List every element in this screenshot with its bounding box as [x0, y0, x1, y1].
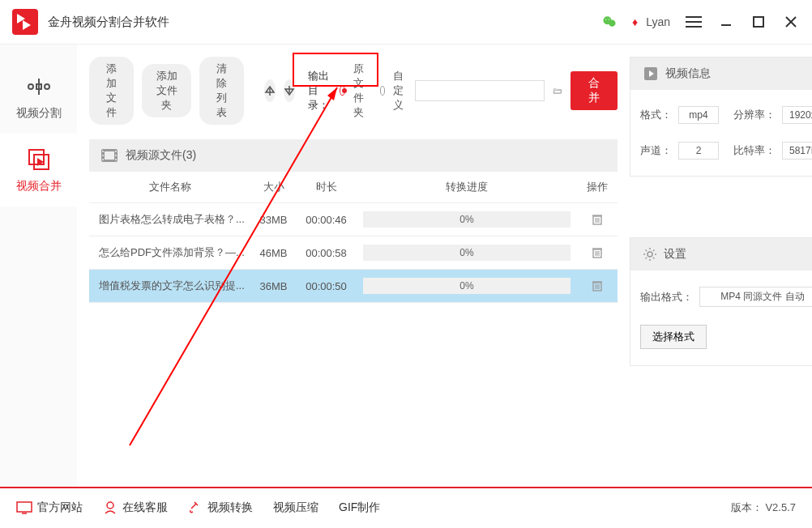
play-icon: [643, 66, 659, 82]
output-path-input[interactable]: [415, 80, 545, 101]
radio-original-folder[interactable]: [340, 86, 344, 96]
channels-value: 2: [678, 142, 719, 160]
video-info-card: 视频信息 格式： mp4 分辨率： 1920x1080 声道： 2 比特率： 5…: [630, 57, 812, 177]
radio-custom-folder[interactable]: [380, 86, 385, 96]
video-convert-label: 视频转换: [207, 500, 253, 515]
official-site-label: 官方网站: [37, 500, 83, 515]
settings-card: 设置 输出格式： MP4 同源文件 自动 选择格式: [630, 237, 812, 366]
browse-folder-icon[interactable]: [553, 80, 562, 101]
gear-icon: [643, 247, 657, 262]
video-convert-link[interactable]: 视频转换: [188, 500, 253, 515]
svg-rect-8: [754, 17, 763, 27]
cell-progress: 0%: [363, 245, 571, 261]
format-label: 格式：: [640, 108, 672, 122]
table-row[interactable]: 图片表格怎么转成电子表格？... 33MB 00:00:46 0%: [89, 203, 618, 236]
svg-point-48: [107, 502, 113, 509]
svg-point-26: [115, 155, 117, 156]
wechat-icon[interactable]: [601, 14, 618, 30]
svg-point-23: [102, 155, 104, 156]
cell-size: 33MB: [251, 203, 296, 236]
cell-name: 怎么给PDF文件添加背景？—...: [89, 236, 251, 270]
svg-point-27: [115, 159, 117, 160]
merge-icon: [26, 147, 52, 172]
hamburger-icon[interactable]: [685, 13, 703, 31]
close-icon[interactable]: [782, 13, 800, 31]
col-progress: 转换进度: [357, 172, 577, 203]
resolution-value: 1920x1080: [782, 106, 812, 124]
nav-split-label: 视频分割: [16, 106, 62, 121]
move-down-button[interactable]: [284, 79, 295, 102]
monitor-icon: [16, 501, 32, 514]
col-duration: 时长: [296, 172, 357, 203]
video-info-title: 视频信息: [665, 66, 711, 81]
merge-button[interactable]: 合并: [571, 71, 618, 110]
svg-point-22: [102, 151, 104, 152]
version-label: 版本： V2.5.7: [731, 500, 796, 515]
nav-video-merge[interactable]: 视频合并: [0, 134, 77, 207]
svg-point-25: [115, 151, 117, 152]
radio-original-label: 原文件夹: [353, 62, 372, 120]
file-panel-header: 视频源文件(3): [89, 139, 618, 172]
file-table: 文件名称 大小 时长 转换进度 操作 图片表格怎么转成电子表格？... 33MB…: [89, 172, 618, 303]
plug-icon: [188, 500, 203, 515]
customer-service-link[interactable]: 在线客服: [103, 500, 168, 515]
gif-maker-link[interactable]: GIF制作: [339, 500, 380, 515]
cell-progress: 0%: [363, 211, 571, 228]
output-dir-label: 输出目录：: [308, 69, 331, 113]
format-value: mp4: [678, 106, 719, 124]
delete-icon[interactable]: [591, 215, 604, 228]
table-row[interactable]: 增值税发票的文字怎么识别提... 36MB 00:00:50 0%: [89, 270, 618, 303]
film-icon: [101, 149, 118, 162]
cell-duration: 00:00:58: [296, 236, 357, 270]
cell-duration: 00:00:46: [296, 203, 357, 236]
col-actions: 操作: [577, 172, 618, 203]
select-format-button[interactable]: 选择格式: [640, 325, 707, 349]
bottom-bar: 官方网站 在线客服 视频转换 视频压缩 GIF制作 版本： V2.5.7: [0, 487, 812, 527]
col-size: 大小: [251, 172, 296, 203]
username[interactable]: Lyan: [646, 15, 670, 28]
video-compress-label: 视频压缩: [273, 500, 318, 515]
clear-list-button[interactable]: 清除列表: [199, 57, 244, 125]
settings-title: 设置: [664, 247, 686, 262]
svg-point-11: [28, 84, 33, 89]
toolbar: 添加文件 添加文件夹 清除列表 输出目录： 原文件夹 自定义 合并: [89, 57, 618, 125]
diamond-icon: ♦: [632, 15, 638, 28]
cell-size: 46MB: [251, 236, 296, 270]
bitrate-label: 比特率：: [733, 143, 776, 158]
add-file-button[interactable]: 添加文件: [89, 57, 134, 125]
delete-icon[interactable]: [591, 282, 604, 294]
app-logo: [12, 9, 38, 35]
headset-icon: [103, 500, 118, 515]
svg-rect-21: [105, 151, 114, 160]
app-title: 金舟视频分割合并软件: [48, 15, 169, 30]
cell-name: 增值税发票的文字怎么识别提...: [89, 270, 251, 303]
col-name: 文件名称: [89, 172, 251, 203]
title-bar: 金舟视频分割合并软件 ♦ Lyan: [0, 0, 812, 45]
move-up-button[interactable]: [264, 79, 276, 102]
cell-duration: 00:00:50: [296, 270, 357, 303]
svg-point-12: [45, 84, 49, 89]
maximize-icon[interactable]: [750, 13, 767, 31]
cell-size: 36MB: [251, 270, 296, 303]
output-format-value: MP4 同源文件 自动: [699, 287, 812, 307]
gif-maker-label: GIF制作: [339, 500, 380, 515]
svg-point-3: [609, 19, 609, 19]
left-nav: 视频分割 视频合并: [0, 45, 77, 487]
svg-point-24: [102, 159, 104, 160]
table-row[interactable]: 怎么给PDF文件添加背景？—... 46MB 00:00:58 0%: [89, 236, 618, 270]
video-compress-link[interactable]: 视频压缩: [273, 500, 318, 515]
nav-merge-label: 视频合并: [16, 179, 62, 194]
nav-video-split[interactable]: 视频分割: [0, 61, 77, 134]
minimize-icon[interactable]: [717, 13, 735, 31]
svg-point-45: [647, 252, 652, 257]
add-folder-button[interactable]: 添加文件夹: [142, 64, 191, 117]
radio-custom-label: 自定义: [393, 69, 407, 113]
delete-icon[interactable]: [591, 249, 604, 261]
split-icon: [26, 74, 52, 100]
cell-name: 图片表格怎么转成电子表格？...: [89, 203, 251, 236]
file-panel-title: 视频源文件(3): [126, 148, 196, 163]
svg-rect-46: [17, 502, 32, 512]
channels-label: 声道：: [640, 143, 672, 158]
official-site-link[interactable]: 官方网站: [16, 500, 83, 515]
svg-point-2: [605, 19, 606, 19]
